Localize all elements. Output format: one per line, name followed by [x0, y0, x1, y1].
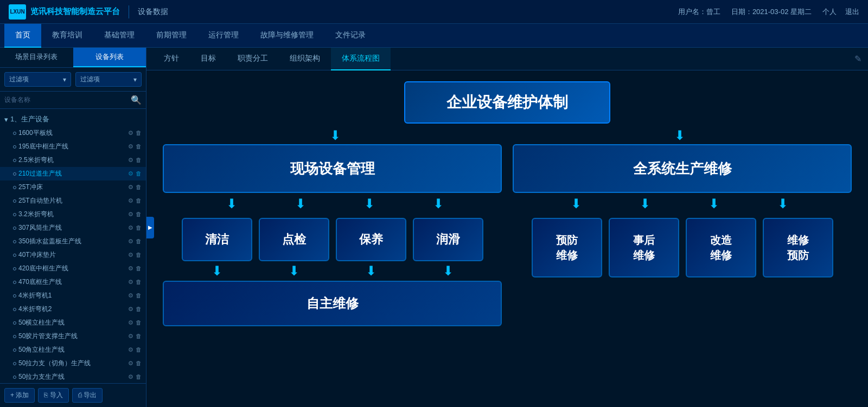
tree-item[interactable]: 195底中框生产线 ⚙🗑	[0, 140, 146, 153]
arrow-down-right: ⬇	[674, 129, 685, 142]
tree-item[interactable]: 25T自动垫片机 ⚙🗑	[0, 194, 146, 208]
arrow-down: ⬇	[433, 197, 444, 210]
flow-right-col: 预防维修 事后维修 改造维修 维修预防	[513, 218, 852, 326]
tree-item[interactable]: 40T冲床垫片 ⚙🗑	[0, 248, 146, 262]
header-date: 日期：2021-03-02 星期二	[731, 7, 812, 17]
sidebar-collapse-button[interactable]: ▶	[146, 217, 154, 238]
arrow-down: ⬇	[336, 264, 406, 277]
tree-item[interactable]: 50横立柱生产线 ⚙🗑	[0, 316, 146, 330]
flow-box-mid-left: 现场设备管理	[163, 144, 502, 193]
tree-item[interactable]: 350插水盆盖板生产线 ⚙🗑	[0, 235, 146, 248]
tab-scene-list[interactable]: 场景目录列表	[0, 48, 73, 67]
flow-box-post-repair: 事后维修	[609, 218, 679, 277]
header-user: 用户名：曾工	[678, 7, 720, 17]
nav-tab-home[interactable]: 首页	[4, 24, 41, 48]
flow-area: 企业设备维护体制 ⬇ ⬇ 现场设备管理	[146, 70, 868, 407]
header-module: 设备数据	[138, 7, 168, 17]
flow-top: 企业设备维护体制	[404, 81, 610, 124]
flow-box-check: 点检	[259, 218, 329, 261]
tree-item[interactable]: 50拉力支（切角）生产线 ⚙🗑	[0, 357, 146, 370]
header-right: 用户名：曾工 日期：2021-03-02 星期二 个人 退出	[678, 7, 859, 17]
sub-tab-flowchart[interactable]: 体系流程图	[331, 48, 391, 70]
flow-box-prevent-repair: 预防维修	[532, 218, 602, 277]
nav-tab-files[interactable]: 文件记录	[324, 24, 376, 48]
sidebar-top-tabs: 场景目录列表 设备列表	[0, 48, 146, 68]
flow-columns: 清洁 点检 保养 润滑 ⬇ ⬇ ⬇ ⬇	[163, 218, 852, 326]
tab-device-list[interactable]: 设备列表	[73, 48, 146, 67]
add-button[interactable]: + 添加	[4, 388, 35, 403]
nav-bar: 首页 教育培训 基础管理 前期管理 运行管理 故障与维修管理 文件记录	[0, 24, 868, 48]
flow-arrows-sub-left: ⬇ ⬇ ⬇ ⬇	[163, 261, 502, 281]
header: LXUN 览讯科技智能制造云平台 设备数据 用户名：曾工 日期：2021-03-…	[0, 0, 868, 24]
arrow-down-left: ⬇	[330, 129, 341, 142]
nav-tab-fault[interactable]: 故障与维修管理	[250, 24, 324, 48]
flow-box-lube: 润滑	[413, 218, 483, 261]
logout-link[interactable]: 退出	[845, 7, 859, 17]
tree-item-active[interactable]: 210过道生产线 ⚙🗑	[0, 167, 146, 180]
flow-box-self-repair: 自主维修	[163, 281, 502, 326]
sub-tab-policy[interactable]: 方针	[153, 48, 190, 70]
arrow-down: ⬇	[226, 197, 237, 210]
flow-box-maintain: 保养	[336, 218, 406, 261]
tree-item[interactable]: 4米折弯机2 ⚙🗑	[0, 302, 146, 316]
sub-tab-goal[interactable]: 目标	[190, 48, 227, 70]
flow-diagram: 企业设备维护体制 ⬇ ⬇ 现场设备管理	[163, 81, 852, 385]
flow-mid-row: 现场设备管理 全系统生产维修	[163, 144, 852, 193]
tree-item[interactable]: 470底框生产线 ⚙🗑	[0, 275, 146, 289]
arrow-down: ⬇	[413, 264, 483, 277]
tree-group-label: ▾ 1、生产设备	[0, 112, 146, 126]
logo-text: 览讯科技智能制造云平台	[30, 7, 120, 17]
sidebar-search: 设备名称 🔍	[0, 92, 146, 109]
tree-item[interactable]: 307风筒生产线 ⚙🗑	[0, 221, 146, 235]
nav-tab-operation[interactable]: 运行管理	[197, 24, 250, 48]
tree-item[interactable]: 2.5米折弯机 ⚙🗑	[0, 153, 146, 167]
tree-item[interactable]: 50角立柱生产线 ⚙🗑	[0, 343, 146, 357]
arrow-down: ⬇	[777, 197, 788, 210]
flow-box-repair-prevent: 维修预防	[763, 218, 833, 277]
personal-link[interactable]: 个人	[822, 7, 837, 17]
arrow-down: ⬇	[364, 197, 375, 210]
filter-select-2[interactable]: 过滤项 ▾	[75, 72, 142, 87]
header-divider	[129, 5, 129, 18]
sidebar-bottom: + 添加 ⎘ 导入 ⎙ 导出	[0, 383, 146, 407]
sub-tab-duties[interactable]: 职责分工	[227, 48, 279, 70]
edit-icon[interactable]: ✎	[854, 54, 861, 64]
tree-item[interactable]: 420底中框生产线 ⚙🗑	[0, 262, 146, 275]
mid-arrows: ⬇ ⬇ ⬇ ⬇ ⬇ ⬇ ⬇ ⬇	[163, 193, 852, 212]
arrow-down: ⬇	[709, 197, 719, 210]
content-area: 方针 目标 职责分工 组织架构 体系流程图 ✎ 企业设备维护体制 ⬇	[146, 48, 868, 407]
flow-box-transform-repair: 改造维修	[686, 218, 756, 277]
header-actions: 个人 退出	[822, 7, 859, 17]
flow-right-sub-boxes: 预防维修 事后维修 改造维修 维修预防	[513, 218, 852, 277]
tree-item[interactable]: 4米折弯机1 ⚙🗑	[0, 289, 146, 302]
export-button[interactable]: ⎙ 导出	[72, 388, 103, 403]
search-icon[interactable]: 🔍	[131, 95, 142, 105]
flow-sub-boxes-left: 清洁 点检 保养 润滑	[163, 218, 502, 261]
flow-box-clean: 清洁	[182, 218, 252, 261]
arrow-down: ⬇	[259, 264, 329, 277]
main-layout: 场景目录列表 设备列表 过滤项 ▾ 过滤项 ▾ 设备名称 🔍 ▾ 1、生产设备	[0, 48, 868, 407]
tree-item[interactable]: 1600平板线 ⚙🗑	[0, 126, 146, 140]
arrow-down: ⬇	[295, 197, 306, 210]
tree-item[interactable]: 50拉力支生产线 ⚙🗑	[0, 370, 146, 383]
nav-tab-education[interactable]: 教育培训	[41, 24, 93, 48]
sidebar-tree: ▾ 1、生产设备 1600平板线 ⚙🗑 195底中框生产线 ⚙🗑 2.5米折弯机…	[0, 109, 146, 383]
arrow-down: ⬇	[182, 264, 252, 277]
arrow-down: ⬇	[571, 197, 582, 210]
logo-icon: LXUN	[9, 4, 26, 20]
sub-tabs: 方针 目标 职责分工 组织架构 体系流程图 ✎	[146, 48, 868, 70]
import-button[interactable]: ⎘ 导入	[38, 388, 68, 403]
tree-item[interactable]: 50胶片管支撑生产线 ⚙🗑	[0, 330, 146, 343]
flow-box-mid-right: 全系统生产维修	[513, 144, 852, 193]
nav-tab-early[interactable]: 前期管理	[145, 24, 197, 48]
sub-tab-org[interactable]: 组织架构	[279, 48, 331, 70]
search-placeholder: 设备名称	[4, 95, 127, 105]
tree-item[interactable]: 3.2米折弯机 ⚙🗑	[0, 208, 146, 221]
arrow-down: ⬇	[640, 197, 650, 210]
sidebar: 场景目录列表 设备列表 过滤项 ▾ 过滤项 ▾ 设备名称 🔍 ▾ 1、生产设备	[0, 48, 146, 407]
filter-select-1[interactable]: 过滤项 ▾	[4, 72, 71, 87]
flow-box-top: 企业设备维护体制	[404, 81, 610, 124]
nav-tab-base[interactable]: 基础管理	[93, 24, 145, 48]
tree-item[interactable]: 25T冲床 ⚙🗑	[0, 180, 146, 194]
flow-left-col: 清洁 点检 保养 润滑 ⬇ ⬇ ⬇ ⬇	[163, 218, 502, 326]
